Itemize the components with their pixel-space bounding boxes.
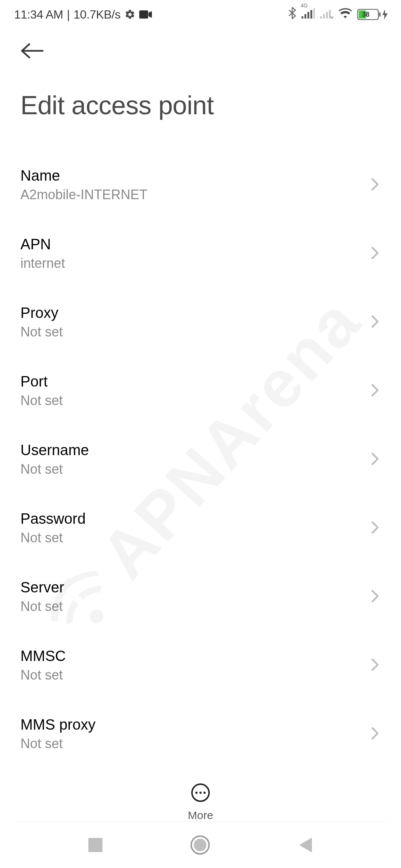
svg-point-20: [194, 839, 206, 851]
setting-value: internet: [20, 256, 65, 271]
svg-rect-2: [304, 14, 306, 19]
more-button[interactable]: More: [188, 783, 213, 822]
signal-4g-icon: 4G: [301, 8, 315, 22]
header: Edit access point: [0, 29, 401, 120]
setting-item-server[interactable]: Server Not set: [0, 562, 401, 631]
gear-icon: [124, 9, 136, 20]
back-button[interactable]: [20, 38, 46, 64]
circle-icon: [190, 835, 210, 855]
setting-label: Server: [20, 579, 64, 596]
setting-value: Not set: [20, 324, 63, 340]
setting-label: Password: [20, 510, 86, 527]
chevron-right-icon: [371, 384, 379, 398]
status-right-group: 4G 38: [288, 7, 388, 22]
clock-text: 11:34 AM: [14, 8, 63, 22]
setting-label: APN: [20, 236, 65, 253]
setting-label: Port: [20, 373, 63, 390]
setting-label: MMSC: [20, 648, 66, 664]
svg-rect-7: [323, 14, 325, 19]
camera-icon: [139, 10, 152, 19]
charging-icon: [382, 9, 388, 20]
battery-icon: 38: [357, 9, 388, 20]
setting-item-username[interactable]: Username Not set: [0, 425, 401, 494]
svg-rect-4: [310, 10, 312, 19]
chevron-right-icon: [371, 315, 379, 330]
setting-item-password[interactable]: Password Not set: [0, 494, 401, 562]
svg-rect-1: [301, 16, 303, 19]
svg-rect-9: [329, 10, 331, 19]
setting-item-mmsc[interactable]: MMSC Not set: [0, 631, 401, 700]
setting-label: Username: [20, 442, 89, 458]
status-bar: 11:34 AM | 10.7KB/s 4G 38: [0, 0, 401, 29]
chevron-right-icon: [371, 589, 379, 604]
bottom-action-bar: More: [0, 777, 401, 822]
setting-value: Not set: [20, 530, 86, 546]
svg-rect-8: [326, 12, 328, 19]
setting-label: MMS proxy: [20, 716, 95, 733]
wifi-icon: [339, 8, 352, 22]
triangle-left-icon: [298, 837, 313, 853]
square-icon: [88, 838, 102, 852]
svg-rect-3: [307, 12, 309, 19]
setting-item-proxy[interactable]: Proxy Not set: [0, 288, 401, 356]
svg-rect-0: [139, 10, 148, 19]
page-title: Edit access point: [20, 91, 381, 120]
signal-secondary-icon: [320, 8, 333, 22]
svg-point-16: [199, 792, 202, 794]
data-rate-text: 10.7KB/s: [74, 8, 121, 22]
android-back-button[interactable]: [298, 837, 313, 853]
settings-list: APNArena Name A2mobile-INTERNET APN inte…: [0, 155, 401, 786]
setting-value: Not set: [20, 736, 95, 752]
svg-rect-6: [320, 16, 322, 19]
svg-rect-5: [313, 8, 315, 19]
chevron-right-icon: [371, 521, 379, 536]
setting-label: Proxy: [20, 305, 63, 321]
chevron-right-icon: [371, 658, 379, 673]
status-separator: |: [67, 8, 70, 22]
setting-item-name[interactable]: Name A2mobile-INTERNET: [0, 155, 401, 219]
svg-point-17: [203, 792, 206, 794]
setting-value: Not set: [20, 599, 64, 614]
svg-rect-18: [88, 838, 102, 852]
setting-value: Not set: [20, 461, 89, 477]
chevron-right-icon: [371, 246, 379, 261]
bluetooth-icon: [288, 7, 296, 22]
setting-value: A2mobile-INTERNET: [20, 187, 147, 203]
setting-value: Not set: [20, 393, 63, 408]
navigation-bar: [0, 822, 401, 868]
chevron-right-icon: [371, 452, 379, 467]
setting-label: Name: [20, 167, 147, 184]
status-left-group: 11:34 AM | 10.7KB/s: [14, 8, 152, 22]
svg-rect-12: [379, 12, 381, 17]
home-button[interactable]: [190, 835, 210, 855]
chevron-right-icon: [371, 178, 379, 193]
svg-point-15: [195, 792, 198, 794]
battery-percent: 38: [362, 11, 369, 18]
chevron-right-icon: [371, 727, 379, 742]
more-label: More: [188, 809, 213, 822]
setting-item-apn[interactable]: APN internet: [0, 219, 401, 288]
setting-value: Not set: [20, 667, 66, 683]
recents-button[interactable]: [88, 838, 102, 852]
setting-item-mms-proxy[interactable]: MMS proxy Not set: [0, 700, 401, 768]
arrow-left-icon: [20, 43, 44, 59]
setting-item-port[interactable]: Port Not set: [0, 356, 401, 425]
more-icon: [191, 783, 210, 802]
